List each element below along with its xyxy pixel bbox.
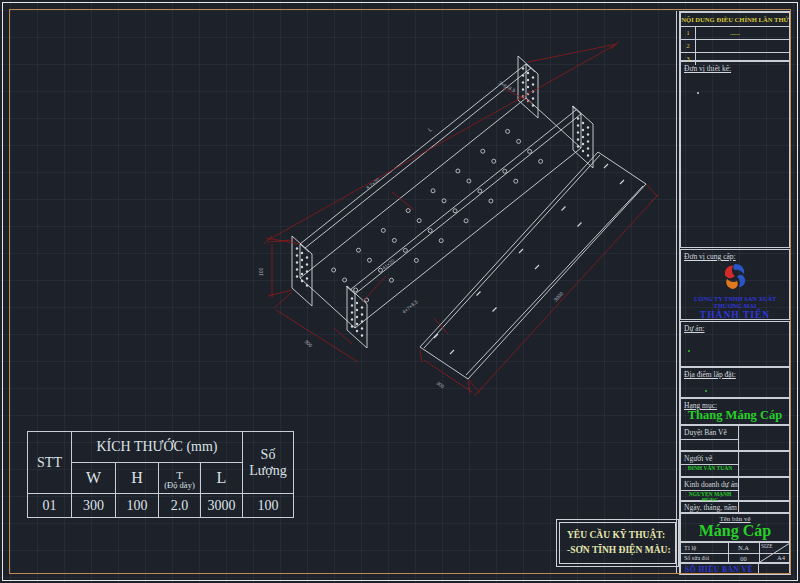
project-box: Dự án: — [680, 321, 790, 367]
col-header-l: L — [201, 463, 243, 494]
design-unit-box: Đơn vị thiết kế: — [680, 61, 790, 248]
revision-no-value: 00 — [728, 555, 759, 562]
scale-label: Tỉ lệ — [684, 544, 696, 551]
revision-row-number: 2 — [681, 40, 696, 52]
marker-dot — [697, 92, 699, 94]
drafter-box: Người vẽ ĐINH VĂN TUẤN — [680, 451, 790, 477]
revision-row-number: 1 — [681, 27, 696, 39]
scale-size-table: Tỉ lệ N.A Số sửa đổi 00 SIZE A4 — [680, 542, 790, 563]
col-header-qty: Số Lượng — [243, 432, 294, 494]
revision-header: NỘI DUNG ĐIỀU CHỈNH LẦN THỨ ...... — [681, 13, 789, 27]
drawing-name-box: Tên bản vẽ Máng Cáp — [680, 513, 790, 542]
divider — [681, 439, 739, 440]
drawing-number-label: SỐ HIỆU BẢN VẼ — [685, 565, 753, 574]
category-box: Hạng mục: Thang Máng Cáp — [680, 398, 790, 425]
cell-qty: 100 — [243, 494, 294, 518]
location-label: Địa điểm lắp đặt: — [681, 368, 789, 379]
sales-label: Kinh doanh dự án — [681, 478, 789, 489]
dimension-spec-table: STT KÍCH THƯỚC (mm) Số Lượng W H T (Độ d… — [27, 431, 294, 518]
title-block-column-divider — [738, 425, 739, 513]
col-header-h: H — [116, 463, 159, 494]
supplier-label: Đơn vị cung cấp: — [681, 250, 789, 261]
revision-no-label: Số sửa đổi — [684, 555, 709, 561]
drawing-number-bar: SỐ HIỆU BẢN VẼ — [680, 563, 790, 574]
revision-row: 2 — [681, 40, 789, 53]
cell-t: 2.0 — [159, 494, 201, 518]
date-label: Ngày, tháng, năm — [681, 502, 789, 512]
location-box: Địa điểm lắp đặt: — [680, 367, 790, 398]
tech-note-line1: YÊU CẦU KỸ THUẬT: — [567, 528, 675, 543]
col-header-t-sub: (Độ dày) — [159, 481, 200, 489]
drafter-label: Người vẽ — [681, 452, 789, 463]
col-header-t: T (Độ dày) — [159, 463, 201, 494]
col-header-w: W — [72, 463, 116, 494]
design-unit-label: Đơn vị thiết kế: — [681, 62, 789, 73]
cell-w: 300 — [72, 494, 116, 518]
approve-box: Duyệt Bản Vẽ — [680, 425, 790, 451]
divider — [681, 490, 739, 491]
company-name-line1: CÔNG TY TNHH SẢN XUẤT THƯƠNG MẠI — [681, 295, 789, 309]
sales-box: Kinh doanh dự án NGUYỄN MẠNH HÙNG — [680, 477, 790, 501]
supplier-box: Đơn vị cung cấp: CÔNG TY TNHH SẢN XUẤT T… — [680, 249, 790, 320]
marker-dot — [705, 390, 707, 392]
size-value: A4 — [777, 554, 785, 561]
divider — [681, 464, 739, 465]
revision-table: NỘI DUNG ĐIỀU CHỈNH LẦN THỨ ...... 1 2 3 — [680, 12, 790, 61]
col-header-dimensions: KÍCH THƯỚC (mm) — [72, 432, 243, 463]
cell-stt: 01 — [28, 494, 72, 518]
tech-note-line2: -SƠN TĨNH ĐIỆN MÀU: — [567, 543, 675, 558]
col-header-stt: STT — [28, 432, 72, 494]
divider — [758, 564, 759, 573]
cell-l: 3000 — [201, 494, 243, 518]
title-block-left-rule — [676, 11, 677, 573]
drawing-name: Máng Cáp — [681, 522, 789, 540]
company-name-line2: THÀNH TIẾN — [681, 310, 789, 320]
company-logo-icon — [718, 261, 752, 293]
date-box: Ngày, tháng, năm — [680, 501, 790, 513]
cell-h: 100 — [116, 494, 159, 518]
marker-dot — [688, 350, 690, 352]
project-label: Dự án: — [681, 322, 789, 333]
size-label: SIZE — [761, 543, 773, 549]
col-header-t-main: T — [159, 470, 200, 481]
approve-label: Duyệt Bản Vẽ — [681, 426, 789, 437]
category-value: Thang Máng Cáp — [681, 408, 789, 423]
scale-value: N.A — [728, 544, 759, 551]
title-block: NỘI DUNG ĐIỀU CHỈNH LẦN THỨ ...... 1 2 3… — [679, 11, 791, 575]
technical-note-box: YÊU CẦU KỸ THUẬT: -SƠN TĨNH ĐIỆN MÀU: — [556, 519, 679, 567]
drafter-name: ĐINH VĂN TUẤN — [681, 465, 739, 471]
table-row: 01 300 100 2.0 3000 100 — [28, 494, 294, 518]
